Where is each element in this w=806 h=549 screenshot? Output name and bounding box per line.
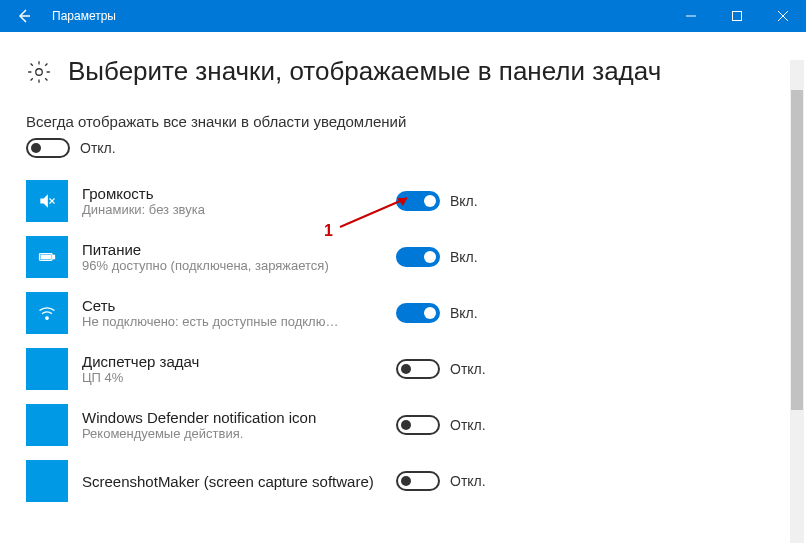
minimize-button[interactable] bbox=[668, 0, 714, 32]
list-item: Windows Defender notification iconРекоме… bbox=[26, 404, 780, 446]
item-desc: Рекомендуемые действия. bbox=[82, 426, 382, 441]
item-toggle[interactable] bbox=[396, 471, 440, 491]
blank bbox=[26, 404, 68, 446]
blank bbox=[26, 348, 68, 390]
list-item: Питание96% доступно (подключена, заряжае… bbox=[26, 236, 780, 278]
list-item: ScreenshotMaker (screen capture software… bbox=[26, 460, 780, 502]
svg-rect-1 bbox=[733, 12, 742, 21]
items-list: ГромкостьДинамики: без звукаВкл.Питание9… bbox=[26, 180, 780, 502]
window-title: Параметры bbox=[52, 9, 116, 23]
item-toggle[interactable] bbox=[396, 415, 440, 435]
item-toggle-label: Откл. bbox=[450, 417, 486, 433]
item-toggle-group: Откл. bbox=[396, 471, 486, 491]
item-text: ГромкостьДинамики: без звука bbox=[82, 185, 382, 217]
maximize-button[interactable] bbox=[714, 0, 760, 32]
item-text: ScreenshotMaker (screen capture software… bbox=[82, 473, 382, 490]
minimize-icon bbox=[686, 11, 696, 21]
item-text: Windows Defender notification iconРекоме… bbox=[82, 409, 382, 441]
item-toggle[interactable] bbox=[396, 303, 440, 323]
list-item: ГромкостьДинамики: без звукаВкл. bbox=[26, 180, 780, 222]
back-button[interactable] bbox=[0, 0, 48, 32]
item-toggle-group: Откл. bbox=[396, 415, 486, 435]
item-toggle-label: Вкл. bbox=[450, 305, 478, 321]
titlebar: Параметры bbox=[0, 0, 806, 32]
gear-icon bbox=[26, 59, 52, 85]
page-title: Выберите значки, отображаемые в панели з… bbox=[68, 56, 661, 87]
item-title: Питание bbox=[82, 241, 382, 258]
network-icon bbox=[26, 292, 68, 334]
page-header: Выберите значки, отображаемые в панели з… bbox=[26, 56, 780, 87]
close-button[interactable] bbox=[760, 0, 806, 32]
item-toggle[interactable] bbox=[396, 359, 440, 379]
item-desc: Не подключено: есть доступные подклю… bbox=[82, 314, 382, 329]
item-toggle-label: Вкл. bbox=[450, 193, 478, 209]
item-toggle-group: Вкл. bbox=[396, 303, 478, 323]
content-area: Выберите значки, отображаемые в панели з… bbox=[0, 32, 806, 549]
item-desc: ЦП 4% bbox=[82, 370, 382, 385]
item-toggle-group: Вкл. bbox=[396, 247, 478, 267]
item-toggle-label: Вкл. bbox=[450, 249, 478, 265]
svg-rect-8 bbox=[53, 255, 55, 258]
master-toggle-label: Откл. bbox=[80, 140, 116, 156]
master-toggle[interactable] bbox=[26, 138, 70, 158]
master-toggle-row: Откл. bbox=[26, 138, 780, 158]
battery-icon bbox=[26, 236, 68, 278]
scrollbar-thumb[interactable] bbox=[791, 90, 803, 410]
page-subtitle: Всегда отображать все значки в области у… bbox=[26, 113, 780, 130]
volume-icon bbox=[26, 180, 68, 222]
item-text: Диспетчер задачЦП 4% bbox=[82, 353, 382, 385]
item-desc: Динамики: без звука bbox=[82, 202, 382, 217]
item-title: ScreenshotMaker (screen capture software… bbox=[82, 473, 382, 490]
item-text: СетьНе подключено: есть доступные подклю… bbox=[82, 297, 382, 329]
svg-point-10 bbox=[46, 317, 49, 320]
maximize-icon bbox=[732, 11, 742, 21]
blank bbox=[26, 460, 68, 502]
list-item: СетьНе подключено: есть доступные подклю… bbox=[26, 292, 780, 334]
item-title: Сеть bbox=[82, 297, 382, 314]
svg-rect-9 bbox=[41, 255, 50, 258]
item-desc: 96% доступно (подключена, заряжается) bbox=[82, 258, 382, 273]
item-toggle-label: Откл. bbox=[450, 473, 486, 489]
item-toggle-group: Вкл. bbox=[396, 191, 478, 211]
item-toggle-label: Откл. bbox=[450, 361, 486, 377]
close-icon bbox=[778, 11, 788, 21]
arrow-left-icon bbox=[16, 8, 32, 24]
item-toggle[interactable] bbox=[396, 191, 440, 211]
list-item: Диспетчер задачЦП 4%Откл. bbox=[26, 348, 780, 390]
scrollbar-track[interactable] bbox=[790, 60, 804, 543]
item-text: Питание96% доступно (подключена, заряжае… bbox=[82, 241, 382, 273]
item-title: Windows Defender notification icon bbox=[82, 409, 382, 426]
item-title: Диспетчер задач bbox=[82, 353, 382, 370]
svg-point-4 bbox=[36, 68, 43, 75]
item-toggle-group: Откл. bbox=[396, 359, 486, 379]
item-title: Громкость bbox=[82, 185, 382, 202]
item-toggle[interactable] bbox=[396, 247, 440, 267]
